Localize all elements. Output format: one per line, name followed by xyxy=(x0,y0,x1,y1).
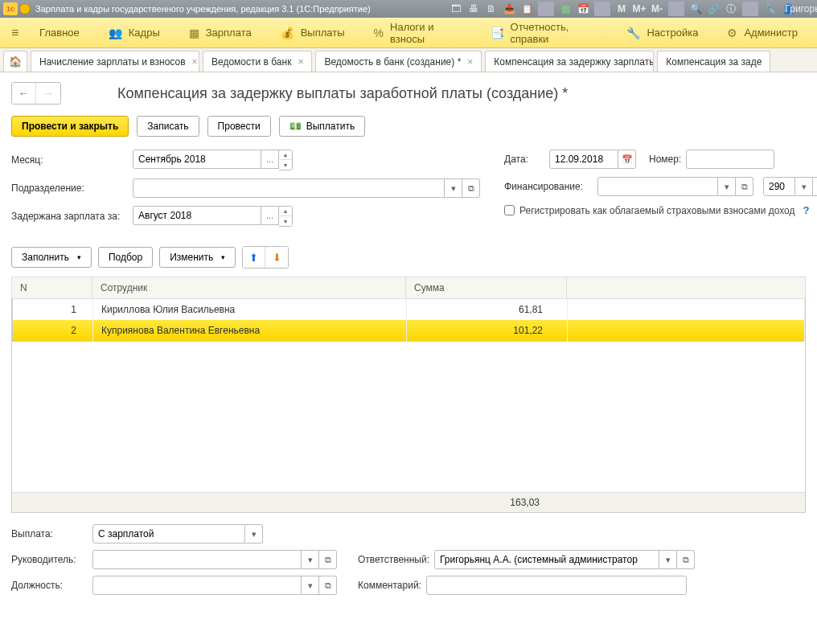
dept-dropdown-button[interactable]: ▾ xyxy=(445,178,462,198)
comment-label: Комментарий: xyxy=(358,580,421,591)
post-button[interactable]: Провести xyxy=(207,116,271,137)
spin-up-icon[interactable]: ▲ xyxy=(279,150,292,160)
back-button[interactable]: ← xyxy=(12,83,36,104)
help-icon[interactable]: ? xyxy=(803,204,810,216)
number-input[interactable] xyxy=(686,150,774,169)
settings-icon[interactable]: 🔧 xyxy=(762,2,778,16)
move-up-button[interactable]: ⬆ xyxy=(243,247,265,268)
forward-button[interactable]: → xyxy=(36,83,60,104)
col-n[interactable]: N xyxy=(12,277,92,299)
save-button[interactable]: Записать xyxy=(137,116,199,137)
responsible-dropdown-button[interactable]: ▾ xyxy=(659,550,677,569)
menu-reports[interactable]: 📑Отчетность, справки xyxy=(476,18,613,48)
dropdown-icon[interactable] xyxy=(19,3,31,14)
tab-compensation-list[interactable]: Компенсация за задержку зарплаты× xyxy=(485,51,654,72)
calendar-icon[interactable]: 📅 xyxy=(575,2,591,16)
menu-settings[interactable]: 🔧Настройка xyxy=(612,18,712,48)
page-title: Компенсация за задержку выплаты заработн… xyxy=(117,85,568,102)
date-input[interactable] xyxy=(549,150,618,169)
info-icon[interactable]: ⓘ xyxy=(723,2,739,16)
print-icon[interactable]: 🖶 xyxy=(466,2,482,16)
payout-input[interactable] xyxy=(92,524,245,544)
hamburger-icon[interactable]: ≡ xyxy=(5,26,25,40)
print-preview-icon[interactable]: 🗔 xyxy=(448,2,464,16)
payout-label: Выплата: xyxy=(11,528,88,539)
pay-icon: 💵 xyxy=(289,121,302,132)
edit-button[interactable]: Изменить ▾ xyxy=(159,247,236,268)
titlebar-toolbar: 🗔 🖶 🗎 📥 📋 ▦ 📅 M M+ M- 🔍 🔗 ⓘ 🔧 👤 Григорь xyxy=(448,2,814,16)
tab-bank-lists[interactable]: Ведомости в банк× xyxy=(203,51,312,72)
month-input[interactable] xyxy=(133,150,261,169)
position-open-button[interactable]: ⧉ xyxy=(319,576,337,595)
table-row[interactable]: 1Кириллова Юлия Васильевна61,81 xyxy=(13,299,805,320)
comment-input[interactable] xyxy=(426,576,687,595)
move-down-button[interactable]: ⬇ xyxy=(265,247,288,268)
menu-payments[interactable]: 💰Выплаты xyxy=(266,18,359,48)
grid-footer: 163,03 xyxy=(11,492,806,513)
close-icon[interactable]: × xyxy=(192,56,198,68)
month-spinner[interactable]: ▲▼ xyxy=(279,150,293,170)
table-row[interactable]: 2Куприянова Валентина Евгеньевна101,22 xyxy=(13,320,805,342)
finance-dropdown-button[interactable]: ▾ xyxy=(718,177,736,196)
month-select-button[interactable]: ... xyxy=(261,150,279,169)
tab-bank-list-create[interactable]: Ведомость в банк (создание) *× xyxy=(315,51,482,72)
manager-dropdown-button[interactable]: ▾ xyxy=(302,550,319,569)
manager-input[interactable] xyxy=(92,550,302,569)
code-dropdown-button[interactable]: ▾ xyxy=(795,177,813,196)
close-icon[interactable]: × xyxy=(467,56,473,68)
tab-compensation-create[interactable]: Компенсация за заде xyxy=(657,51,770,72)
link-icon[interactable]: 🔗 xyxy=(705,2,721,16)
manager-open-button[interactable]: ⧉ xyxy=(319,550,337,569)
memory-mminus-button[interactable]: M- xyxy=(649,2,665,16)
copy-icon[interactable]: 📋 xyxy=(519,2,535,16)
finance-input[interactable] xyxy=(597,177,718,196)
fill-button[interactable]: Заполнить ▾ xyxy=(11,247,92,268)
doc-icon[interactable]: 🗎 xyxy=(483,2,499,16)
responsible-open-button[interactable]: ⧉ xyxy=(677,550,695,569)
calendar-button[interactable]: 📅 xyxy=(618,150,636,169)
dept-input[interactable] xyxy=(133,178,445,198)
menu-admin[interactable]: ⚙Администр xyxy=(712,18,812,48)
report-icon: 📑 xyxy=(491,27,504,39)
position-label: Должность: xyxy=(11,580,88,591)
code-open-button[interactable]: ⧉ xyxy=(813,177,817,196)
responsible-input[interactable] xyxy=(434,550,659,569)
memory-m-button[interactable]: M xyxy=(614,2,630,16)
pick-button[interactable]: Подбор xyxy=(98,247,153,268)
window-title: Зарплата и кадры государственного учрежд… xyxy=(35,4,448,14)
delayed-select-button[interactable]: ... xyxy=(261,206,279,225)
col-sum[interactable]: Сумма xyxy=(406,277,567,299)
finance-open-button[interactable]: ⧉ xyxy=(736,177,753,196)
spin-up-icon[interactable]: ▲ xyxy=(279,207,292,216)
finance-code-input[interactable] xyxy=(763,177,795,196)
zoom-in-icon[interactable]: 🔍 xyxy=(688,2,704,16)
menu-personnel[interactable]: 👥Кадры xyxy=(94,18,174,48)
pay-button[interactable]: 💵Выплатить xyxy=(279,116,366,137)
position-dropdown-button[interactable]: ▾ xyxy=(302,576,319,595)
calc-icon[interactable]: ▦ xyxy=(557,2,573,16)
close-icon[interactable]: × xyxy=(298,56,303,68)
cell-blank xyxy=(568,320,805,342)
dept-open-button[interactable]: ⧉ xyxy=(462,178,480,198)
delayed-input[interactable] xyxy=(133,206,261,225)
spin-down-icon[interactable]: ▼ xyxy=(279,160,292,170)
spin-down-icon[interactable]: ▼ xyxy=(279,216,292,226)
delayed-spinner[interactable]: ▲▼ xyxy=(279,206,293,227)
user-icon[interactable]: 👤 Григорь xyxy=(779,2,814,16)
separator xyxy=(538,2,554,16)
percent-icon: % xyxy=(374,27,384,39)
menu-main[interactable]: Главное xyxy=(25,18,94,48)
position-input[interactable] xyxy=(92,576,302,595)
payout-dropdown-button[interactable]: ▾ xyxy=(245,524,263,544)
register-checkbox-label[interactable]: Регистрировать как облагаемый страховыми… xyxy=(504,205,795,216)
memory-mplus-button[interactable]: M+ xyxy=(631,2,647,16)
home-tab[interactable]: 🏠 xyxy=(3,51,27,72)
bottom-form: Выплата: ▾ Руководитель: ▾ ⧉ Ответственн… xyxy=(11,524,806,595)
post-and-close-button[interactable]: Провести и закрыть xyxy=(11,116,129,137)
col-employee[interactable]: Сотрудник xyxy=(92,277,406,299)
menu-taxes[interactable]: %Налоги и взносы xyxy=(359,18,476,48)
register-checkbox[interactable] xyxy=(504,205,515,215)
menu-salary[interactable]: ▦Зарплата xyxy=(174,18,266,48)
save-icon[interactable]: 📥 xyxy=(501,2,517,16)
tab-payroll[interactable]: Начисление зарплаты и взносов× xyxy=(31,51,199,72)
